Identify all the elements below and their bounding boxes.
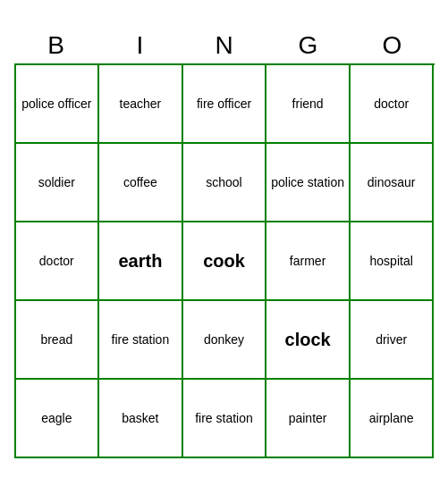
cell-r3-c3: clock [266, 301, 351, 380]
cell-r4-c3: painter [266, 380, 351, 458]
cell-r0-c3: friend [266, 65, 351, 144]
cell-r2-c4: hospital [351, 222, 435, 301]
cell-r2-c2: cook [183, 222, 267, 301]
cell-r1-c1: coffee [99, 144, 183, 222]
bingo-header: BINGO [14, 28, 435, 63]
header-letter-O: O [351, 28, 435, 63]
cell-r1-c2: school [183, 144, 267, 222]
cell-r4-c1: basket [99, 380, 183, 458]
cell-r1-c3: police station [266, 144, 351, 222]
cell-r3-c2: donkey [183, 301, 267, 380]
bingo-card: BINGO police officerteacherfire officerf… [14, 28, 435, 458]
cell-r3-c1: fire station [99, 301, 183, 380]
cell-r1-c0: soldier [16, 144, 100, 222]
cell-r1-c4: dinosaur [351, 144, 435, 222]
cell-r0-c1: teacher [99, 65, 183, 144]
cell-r0-c0: police officer [16, 65, 100, 144]
header-letter-I: I [98, 28, 182, 63]
cell-r3-c0: bread [16, 301, 100, 380]
header-letter-G: G [266, 28, 351, 63]
cell-r4-c0: eagle [16, 380, 100, 458]
cell-r4-c4: airplane [351, 380, 435, 458]
cell-r2-c0: doctor [16, 222, 100, 301]
header-letter-N: N [182, 28, 266, 63]
cell-r2-c3: farmer [266, 222, 351, 301]
cell-r0-c2: fire officer [183, 65, 267, 144]
cell-r4-c2: fire station [183, 380, 267, 458]
cell-r2-c1: earth [99, 222, 183, 301]
header-letter-B: B [14, 28, 98, 63]
cell-r0-c4: doctor [351, 65, 435, 144]
bingo-grid: police officerteacherfire officerfriendd… [14, 63, 435, 458]
cell-r3-c4: driver [351, 301, 435, 380]
